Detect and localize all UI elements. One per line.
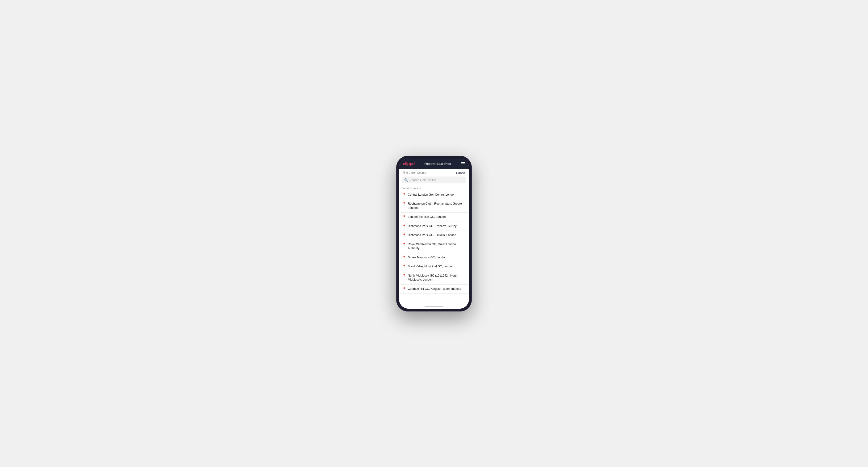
find-bar: Find a Golf Course Cancel [399,169,469,177]
course-name: Coombe Hill GC, Kingston upon Thames [408,287,461,291]
list-item[interactable]: 📍 North Middlesex GC (1011942 - North Mi… [399,271,469,285]
pin-icon: 📍 [402,265,406,268]
list-item[interactable]: 📍 Coombe Hill GC, Kingston upon Thames [399,285,469,294]
pin-icon: 📍 [402,215,406,219]
course-list: 📍 Central London Golf Centre, London 📍 R… [399,190,469,304]
home-indicator [399,304,469,309]
list-item[interactable]: 📍 Royal Wimbledon GC, Great London Autho… [399,240,469,253]
pin-icon: 📍 [402,287,406,290]
search-box[interactable]: 🔍 [402,177,466,183]
pin-icon: 📍 [402,234,406,237]
search-input[interactable] [409,178,464,182]
list-item[interactable]: 📍 Richmond Park GC - Prince's, Surrey [399,222,469,231]
course-name: Richmond Park GC - Prince's, Surrey [408,224,457,228]
course-name: London Scottish GC, London [408,215,446,219]
course-name: Roehampton Club - Roehampton, Greater Lo… [408,202,466,210]
cancel-button[interactable]: Cancel [456,171,466,175]
home-bar [425,306,443,307]
pin-icon: 📍 [402,243,406,246]
pin-icon: 📍 [402,202,406,205]
phone-frame: clippd Recent Searches Find a Golf Cours… [396,156,472,311]
list-item[interactable]: 📍 Roehampton Club - Roehampton, Greater … [399,199,469,213]
app-header: clippd Recent Searches [399,159,469,169]
main-content: Find a Golf Course Cancel 🔍 Nearby cours… [399,169,469,309]
list-item[interactable]: 📍 Dukes Meadows GC, London [399,253,469,262]
course-name: North Middlesex GC (1011942 - North Midd… [408,274,466,282]
course-name: Dukes Meadows GC, London [408,255,446,260]
list-item[interactable]: 📍 Brent Valley Municipal GC, London [399,262,469,271]
nearby-section-label: Nearby courses [399,185,469,190]
list-item[interactable]: 📍 London Scottish GC, London [399,213,469,222]
list-item[interactable]: 📍 Central London Golf Centre, London [399,190,469,199]
app-logo: clippd [403,161,415,166]
pin-icon: 📍 [402,256,406,259]
menu-icon[interactable] [461,162,465,165]
course-name: Royal Wimbledon GC, Great London Authori… [408,242,466,251]
course-name: Richmond Park GC - Duke's, London [408,233,456,238]
pin-icon: 📍 [402,193,406,196]
list-item[interactable]: 📍 Richmond Park GC - Duke's, London [399,231,469,240]
pin-icon: 📍 [402,224,406,228]
find-label: Find a Golf Course [402,171,426,175]
search-icon: 🔍 [404,178,408,182]
course-name: Central London Golf Centre, London [408,193,456,197]
pin-icon: 📍 [402,274,406,277]
header-title: Recent Searches [425,162,451,166]
phone-screen: clippd Recent Searches Find a Golf Cours… [399,159,469,309]
course-name: Brent Valley Municipal GC, London [408,264,454,269]
